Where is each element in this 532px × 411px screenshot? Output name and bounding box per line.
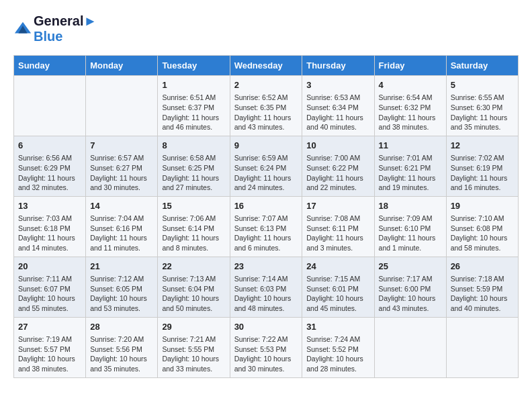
day-number: 21 [90, 261, 153, 273]
calendar-table: SundayMondayTuesdayWednesdayThursdayFrid… [13, 55, 519, 378]
day-number: 2 [234, 79, 298, 91]
day-number: 15 [162, 200, 225, 212]
day-cell: 3Sunrise: 6:53 AMSunset: 6:34 PMDaylight… [302, 76, 374, 136]
day-cell: 7Sunrise: 6:57 AMSunset: 6:27 PMDaylight… [86, 136, 158, 196]
day-number: 10 [306, 140, 369, 152]
day-cell: 9Sunrise: 6:59 AMSunset: 6:24 PMDaylight… [230, 136, 302, 196]
day-info: Sunrise: 7:01 AMSunset: 6:21 PMDaylight:… [379, 153, 442, 193]
day-number: 8 [162, 140, 225, 152]
col-header-friday: Friday [374, 56, 446, 76]
logo-icon [13, 19, 32, 38]
day-cell: 18Sunrise: 7:09 AMSunset: 6:10 PMDayligh… [374, 196, 446, 257]
day-info: Sunrise: 7:24 AMSunset: 5:52 PMDaylight:… [306, 334, 369, 374]
day-cell: 23Sunrise: 7:14 AMSunset: 6:03 PMDayligh… [230, 257, 302, 317]
day-info: Sunrise: 7:14 AMSunset: 6:03 PMDaylight:… [234, 274, 298, 314]
day-cell: 29Sunrise: 7:21 AMSunset: 5:55 PMDayligh… [158, 317, 230, 377]
day-cell [86, 76, 158, 136]
day-number: 9 [234, 140, 298, 152]
day-info: Sunrise: 6:55 AMSunset: 6:30 PMDaylight:… [451, 93, 514, 132]
day-info: Sunrise: 7:18 AMSunset: 5:59 PMDaylight:… [451, 274, 514, 314]
day-number: 22 [162, 261, 225, 273]
day-number: 30 [234, 321, 298, 333]
day-info: Sunrise: 6:58 AMSunset: 6:25 PMDaylight:… [162, 153, 225, 193]
day-cell: 8Sunrise: 6:58 AMSunset: 6:25 PMDaylight… [158, 136, 230, 196]
day-cell: 10Sunrise: 7:00 AMSunset: 6:22 PMDayligh… [302, 136, 374, 196]
col-header-tuesday: Tuesday [158, 56, 230, 76]
day-number: 19 [451, 200, 514, 212]
week-row-4: 20Sunrise: 7:11 AMSunset: 6:07 PMDayligh… [14, 257, 519, 317]
day-cell: 26Sunrise: 7:18 AMSunset: 5:59 PMDayligh… [446, 257, 518, 317]
day-number: 11 [379, 140, 442, 152]
day-number: 29 [162, 321, 225, 333]
day-info: Sunrise: 7:07 AMSunset: 6:13 PMDaylight:… [234, 214, 298, 253]
header-row: SundayMondayTuesdayWednesdayThursdayFrid… [14, 56, 519, 76]
logo-text: General► Blue [34, 13, 97, 44]
day-cell: 22Sunrise: 7:13 AMSunset: 6:04 PMDayligh… [158, 257, 230, 317]
day-cell: 31Sunrise: 7:24 AMSunset: 5:52 PMDayligh… [302, 317, 374, 377]
day-cell: 21Sunrise: 7:12 AMSunset: 6:05 PMDayligh… [86, 257, 158, 317]
day-cell: 17Sunrise: 7:08 AMSunset: 6:11 PMDayligh… [302, 196, 374, 257]
day-number: 16 [234, 200, 298, 212]
day-number: 31 [306, 321, 369, 333]
day-info: Sunrise: 7:15 AMSunset: 6:01 PMDaylight:… [306, 274, 369, 314]
day-number: 18 [379, 200, 442, 212]
day-cell [446, 317, 518, 377]
col-header-saturday: Saturday [446, 56, 518, 76]
day-info: Sunrise: 7:09 AMSunset: 6:10 PMDaylight:… [379, 214, 442, 253]
col-header-wednesday: Wednesday [230, 56, 302, 76]
day-info: Sunrise: 7:11 AMSunset: 6:07 PMDaylight:… [18, 274, 81, 314]
day-cell: 30Sunrise: 7:22 AMSunset: 5:53 PMDayligh… [230, 317, 302, 377]
day-number: 5 [451, 79, 514, 91]
day-cell: 27Sunrise: 7:19 AMSunset: 5:57 PMDayligh… [14, 317, 86, 377]
day-info: Sunrise: 7:22 AMSunset: 5:53 PMDaylight:… [234, 334, 298, 374]
day-cell: 25Sunrise: 7:17 AMSunset: 6:00 PMDayligh… [374, 257, 446, 317]
week-row-1: 1Sunrise: 6:51 AMSunset: 6:37 PMDaylight… [14, 76, 519, 136]
day-info: Sunrise: 6:53 AMSunset: 6:34 PMDaylight:… [306, 93, 369, 132]
day-cell: 1Sunrise: 6:51 AMSunset: 6:37 PMDaylight… [158, 76, 230, 136]
day-info: Sunrise: 7:17 AMSunset: 6:00 PMDaylight:… [379, 274, 442, 314]
day-info: Sunrise: 6:57 AMSunset: 6:27 PMDaylight:… [90, 153, 153, 193]
day-info: Sunrise: 6:54 AMSunset: 6:32 PMDaylight:… [379, 93, 442, 132]
day-cell: 6Sunrise: 6:56 AMSunset: 6:29 PMDaylight… [14, 136, 86, 196]
day-number: 20 [18, 261, 81, 273]
day-info: Sunrise: 7:06 AMSunset: 6:14 PMDaylight:… [162, 214, 225, 253]
day-info: Sunrise: 6:59 AMSunset: 6:24 PMDaylight:… [234, 153, 298, 193]
col-header-sunday: Sunday [14, 56, 86, 76]
day-cell: 15Sunrise: 7:06 AMSunset: 6:14 PMDayligh… [158, 196, 230, 257]
day-info: Sunrise: 6:51 AMSunset: 6:37 PMDaylight:… [162, 93, 225, 132]
day-number: 23 [234, 261, 298, 273]
day-info: Sunrise: 7:02 AMSunset: 6:19 PMDaylight:… [451, 153, 514, 193]
day-number: 24 [306, 261, 369, 273]
day-cell: 5Sunrise: 6:55 AMSunset: 6:30 PMDaylight… [446, 76, 518, 136]
logo: General► Blue [13, 13, 97, 44]
week-row-2: 6Sunrise: 6:56 AMSunset: 6:29 PMDaylight… [14, 136, 519, 196]
day-info: Sunrise: 7:03 AMSunset: 6:18 PMDaylight:… [18, 214, 81, 253]
col-header-thursday: Thursday [302, 56, 374, 76]
day-number: 7 [90, 140, 153, 152]
day-cell: 24Sunrise: 7:15 AMSunset: 6:01 PMDayligh… [302, 257, 374, 317]
day-info: Sunrise: 7:12 AMSunset: 6:05 PMDaylight:… [90, 274, 153, 314]
day-cell [14, 76, 86, 136]
day-number: 14 [90, 200, 153, 212]
week-row-5: 27Sunrise: 7:19 AMSunset: 5:57 PMDayligh… [14, 317, 519, 377]
day-info: Sunrise: 6:52 AMSunset: 6:35 PMDaylight:… [234, 93, 298, 132]
day-number: 12 [451, 140, 514, 152]
day-cell: 13Sunrise: 7:03 AMSunset: 6:18 PMDayligh… [14, 196, 86, 257]
day-number: 26 [451, 261, 514, 273]
col-header-monday: Monday [86, 56, 158, 76]
day-number: 13 [18, 200, 81, 212]
day-cell: 4Sunrise: 6:54 AMSunset: 6:32 PMDaylight… [374, 76, 446, 136]
day-cell: 19Sunrise: 7:10 AMSunset: 6:08 PMDayligh… [446, 196, 518, 257]
day-cell: 16Sunrise: 7:07 AMSunset: 6:13 PMDayligh… [230, 196, 302, 257]
day-info: Sunrise: 7:19 AMSunset: 5:57 PMDaylight:… [18, 334, 81, 374]
day-info: Sunrise: 7:13 AMSunset: 6:04 PMDaylight:… [162, 274, 225, 314]
day-info: Sunrise: 7:08 AMSunset: 6:11 PMDaylight:… [306, 214, 369, 253]
day-cell: 28Sunrise: 7:20 AMSunset: 5:56 PMDayligh… [86, 317, 158, 377]
day-info: Sunrise: 7:00 AMSunset: 6:22 PMDaylight:… [306, 153, 369, 193]
day-cell: 14Sunrise: 7:04 AMSunset: 6:16 PMDayligh… [86, 196, 158, 257]
page-header: General► Blue [13, 13, 519, 44]
day-info: Sunrise: 7:21 AMSunset: 5:55 PMDaylight:… [162, 334, 225, 374]
day-number: 4 [379, 79, 442, 91]
day-number: 17 [306, 200, 369, 212]
day-number: 27 [18, 321, 81, 333]
